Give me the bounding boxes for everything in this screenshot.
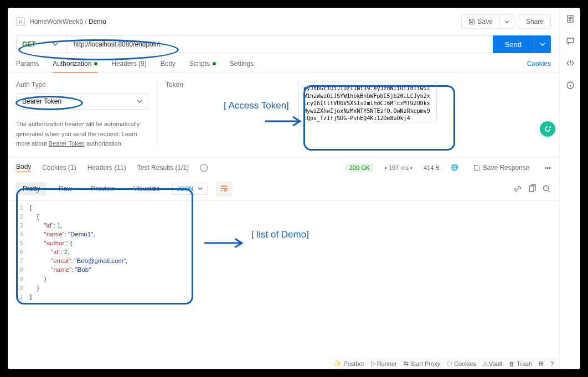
- footer-cookies[interactable]: ◌ Cookies: [447, 360, 476, 367]
- footer-layout-icon[interactable]: ⊞: [539, 360, 544, 367]
- tab-settings[interactable]: Settings: [230, 60, 254, 72]
- tab-scripts[interactable]: Scripts: [189, 60, 216, 72]
- breadcrumb[interactable]: HomeWorkWeek6 / Demo: [29, 18, 106, 25]
- link-icon[interactable]: [513, 184, 522, 193]
- restab-cookies[interactable]: Cookies (1): [42, 164, 76, 172]
- footer-trash[interactable]: 🗑 Trash: [509, 360, 532, 367]
- token-label: Token: [166, 81, 188, 89]
- fmt-type-select[interactable]: JSON: [172, 183, 208, 195]
- restab-tests[interactable]: Test Results (1/1): [137, 164, 189, 172]
- footer-vault[interactable]: △ Vault: [483, 360, 502, 367]
- restab-body[interactable]: Body: [16, 163, 31, 172]
- fmt-pretty[interactable]: Pretty: [16, 182, 47, 195]
- status-time: • 197 ms •: [385, 164, 412, 171]
- footer-postbot[interactable]: ✨ Postbot: [334, 360, 364, 367]
- share-button[interactable]: Share: [519, 14, 551, 29]
- url-input[interactable]: [66, 35, 493, 53]
- status-code: 200 OK: [345, 163, 374, 172]
- svg-rect-0: [529, 186, 534, 192]
- search-icon[interactable]: [542, 184, 551, 193]
- rsb-info-icon[interactable]: [566, 81, 575, 92]
- more-icon[interactable]: •••: [544, 164, 551, 171]
- dot-icon: [213, 62, 216, 65]
- fmt-raw[interactable]: Raw: [52, 182, 79, 195]
- svg-point-1: [544, 185, 549, 190]
- footer-help-icon[interactable]: ?: [550, 360, 554, 367]
- send-button[interactable]: Send: [493, 35, 534, 53]
- bearer-token-link[interactable]: Bearer Token: [49, 140, 85, 147]
- grammarly-icon[interactable]: [540, 121, 555, 137]
- history-icon[interactable]: [200, 164, 208, 172]
- save-button[interactable]: Save: [461, 14, 499, 29]
- auth-hint: The authorization header will be automat…: [16, 120, 148, 149]
- fmt-visualize[interactable]: Visualize: [127, 182, 167, 195]
- status-footer: ✨ Postbot ▷ Runner ⇆ Start Proxy ◌ Cooki…: [328, 358, 559, 369]
- tab-body[interactable]: Body: [161, 60, 176, 72]
- auth-type-select[interactable]: Bearer Token: [16, 93, 148, 110]
- tab-params[interactable]: Params: [16, 60, 39, 72]
- copy-icon[interactable]: [528, 184, 537, 193]
- rsb-code-icon[interactable]: [566, 59, 575, 70]
- status-size: 414 B: [424, 164, 440, 171]
- dot-icon: [94, 62, 97, 65]
- save-response-button[interactable]: Save Response: [470, 162, 534, 173]
- footer-proxy[interactable]: ⇆ Start Proxy: [404, 360, 440, 367]
- fmt-preview[interactable]: Preview: [84, 182, 121, 195]
- network-icon[interactable]: 🌐: [451, 164, 458, 171]
- tab-authorization[interactable]: Authorization: [53, 60, 97, 73]
- tab-headers[interactable]: Headers (9): [111, 60, 146, 72]
- token-input[interactable]: eyJhbGciOiJIUzI1NiJ9.eyJzdWIiOiI0IiwiZW1…: [298, 81, 437, 122]
- svg-rect-3: [567, 38, 574, 43]
- footer-runner[interactable]: ▷ Runner: [371, 360, 397, 367]
- http-method-select[interactable]: GET: [16, 35, 66, 53]
- save-dropdown[interactable]: [499, 14, 514, 29]
- restab-headers[interactable]: Headers (11): [87, 164, 126, 172]
- auth-type-label: Auth Type: [16, 81, 148, 89]
- response-body[interactable]: 1[2 {3 "id": 1,4 "name": "Demo1",5 "auth…: [8, 200, 559, 369]
- send-dropdown[interactable]: [534, 35, 551, 53]
- rsb-comments-icon[interactable]: [566, 37, 575, 48]
- rsb-docs-icon[interactable]: [566, 14, 575, 25]
- request-type-icon: H: [16, 17, 25, 26]
- wrap-lines-button[interactable]: [216, 181, 233, 197]
- cookies-link[interactable]: Cookies: [527, 60, 551, 68]
